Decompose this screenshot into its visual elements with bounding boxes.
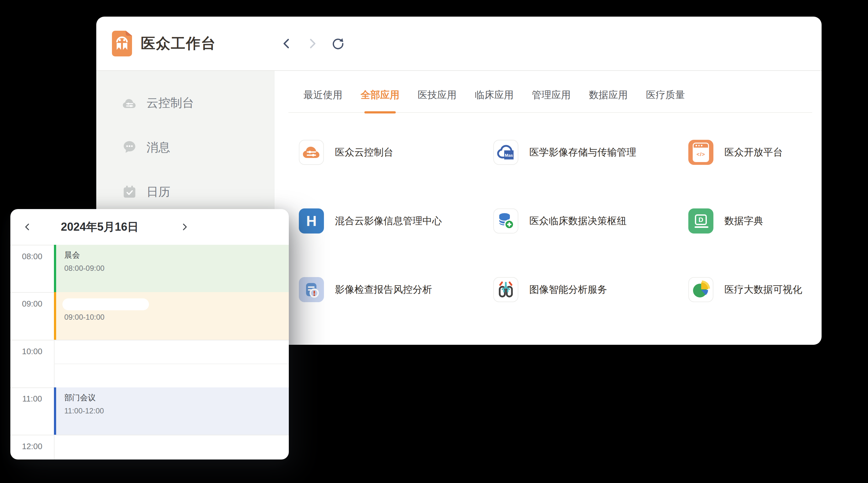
calendar-event-department-meeting[interactable]: 部门会议 11:00-12:00 [54, 387, 289, 435]
tab-medtech-apps[interactable]: 医技应用 [418, 88, 457, 112]
app-image-ai-analysis[interactable]: 图像智能分析服务 [493, 277, 688, 302]
sidebar-item-calendar[interactable]: 日历 [96, 178, 274, 205]
app-label: 数据字典 [724, 215, 763, 228]
app-clinical-data-hub[interactable]: 医众临床数据决策枢纽 [493, 208, 688, 233]
messages-icon [122, 140, 137, 155]
app-label: 医众云控制台 [335, 146, 393, 159]
data-dictionary-icon: D [693, 215, 708, 228]
calendar-header: 2024年5月16日 [10, 209, 289, 245]
hybrid-cloud-icon: H [306, 213, 316, 229]
report-risk-icon [301, 280, 321, 300]
app-label: 医众开放平台 [724, 146, 783, 159]
sidebar-item-label: 日历 [147, 184, 170, 200]
event-time: 11:00-12:00 [64, 407, 289, 415]
exclamation-icon [314, 291, 315, 294]
calendar-event-redacted[interactable]: 09:00-10:00 [54, 292, 289, 340]
tab-medical-quality[interactable]: 医疗质量 [646, 88, 685, 112]
refresh-icon [331, 36, 345, 51]
app-grid: 医众云控制台 Mas 医学影像存储与传输管理 [299, 140, 822, 302]
window-header: 医众工作台 [96, 17, 822, 71]
cloud-console-icon [122, 95, 137, 110]
calendar-next-button[interactable] [180, 222, 189, 232]
app-open-platform[interactable]: </> 医众开放平台 [688, 140, 822, 165]
code-glyph: </> [694, 148, 708, 161]
event-time: 09:00-10:00 [56, 313, 289, 322]
tab-management-apps[interactable]: 管理应用 [532, 88, 571, 112]
app-logo-icon [112, 31, 132, 57]
content-area: 最近使用 全部应用 医技应用 临床应用 管理应用 数据应用 医疗质量 [274, 71, 822, 344]
app-cloud-console[interactable]: 医众云控制台 [299, 140, 493, 165]
cloud-storage-icon: Mas [495, 142, 516, 163]
app-data-dictionary[interactable]: D 数据字典 [688, 208, 822, 233]
sidebar-item-label: 云控制台 [147, 95, 194, 111]
browser-nav [280, 17, 345, 70]
redacted-title-pill [62, 298, 149, 310]
tab-clinical-apps[interactable]: 临床应用 [475, 88, 514, 112]
time-label: 12:00 [10, 442, 54, 451]
app-hybrid-cloud-imaging[interactable]: H 混合云影像信息管理中心 [299, 208, 493, 233]
event-title: 部门会议 [64, 392, 289, 403]
refresh-button[interactable] [331, 37, 345, 51]
calendar-panel: 2024年5月16日 晨会 08:00-09:00 [10, 209, 289, 459]
calendar-event-morning-meeting[interactable]: 晨会 08:00-09:00 [54, 245, 289, 292]
book-d-glyph: D [695, 215, 707, 225]
screen: 医众工作台 [0, 0, 868, 483]
window-title: 医众工作台 [141, 34, 216, 53]
app-label: 图像智能分析服务 [529, 283, 607, 296]
tab-recent[interactable]: 最近使用 [304, 88, 342, 112]
svg-text:Mas: Mas [505, 153, 513, 158]
back-button[interactable] [280, 37, 293, 51]
calendar-prev-button[interactable] [23, 222, 32, 232]
event-time: 08:00-09:00 [64, 264, 289, 273]
time-label: 11:00 [10, 394, 54, 404]
time-label: 10:00 [10, 347, 54, 356]
app-label: 医疗大数据可视化 [724, 283, 802, 296]
tab-all-apps[interactable]: 全部应用 [361, 88, 400, 112]
clinical-data-hub-icon [496, 211, 516, 231]
calendar-date: 2024年5月16日 [32, 219, 167, 235]
app-label: 医众临床数据决策枢纽 [529, 215, 626, 228]
app-big-data-visualization[interactable]: 医疗大数据可视化 [688, 277, 822, 302]
sidebar-item-label: 消息 [147, 139, 170, 156]
sidebar-item-messages[interactable]: 消息 [96, 133, 274, 161]
app-category-tabs: 最近使用 全部应用 医技应用 临床应用 管理应用 数据应用 医疗质量 [288, 88, 812, 113]
cloud-sliders-icon [301, 142, 321, 162]
app-report-risk-analysis[interactable]: 影像检查报告风控分析 [299, 277, 493, 302]
chevron-right-icon [307, 38, 318, 49]
tab-data-apps[interactable]: 数据应用 [589, 88, 628, 112]
calendar-day-grid: 晨会 08:00-09:00 09:00-10:00 部门会议 11:00-12… [10, 245, 289, 459]
pie-chart-icon [691, 280, 711, 300]
time-label: 09:00 [10, 299, 54, 309]
calendar-icon [122, 184, 137, 199]
forward-button[interactable] [305, 37, 319, 51]
app-label: 影像检查报告风控分析 [335, 283, 432, 296]
event-title: 晨会 [64, 250, 289, 260]
lungs-icon [496, 280, 516, 300]
chevron-left-icon [23, 223, 32, 231]
chevron-left-icon [281, 38, 292, 49]
sidebar-item-cloud-console[interactable]: 云控制台 [96, 89, 274, 117]
app-label: 混合云影像信息管理中心 [335, 215, 442, 228]
app-label: 医学影像存储与传输管理 [529, 146, 636, 159]
chevron-right-icon [180, 223, 189, 231]
open-platform-icon: </> [693, 142, 709, 162]
time-label: 08:00 [10, 252, 54, 261]
app-pacs[interactable]: Mas 医学影像存储与传输管理 [493, 140, 688, 165]
